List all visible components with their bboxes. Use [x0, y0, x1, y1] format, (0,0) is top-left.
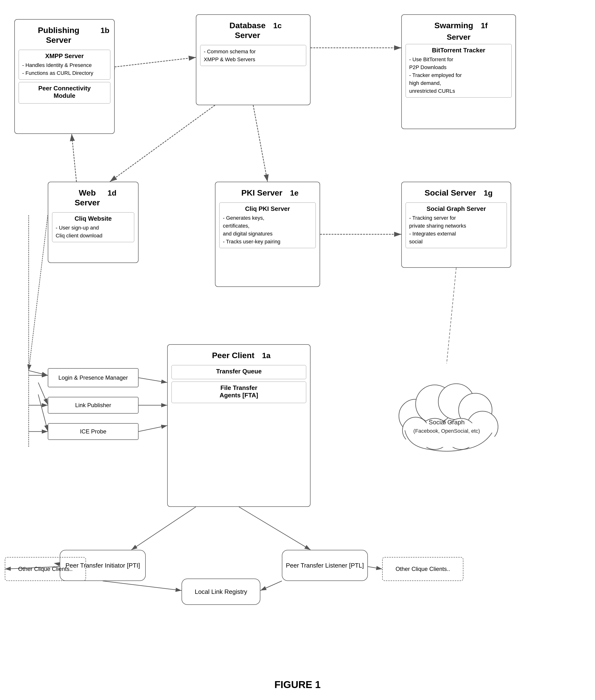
svg-line-14: [38, 382, 48, 404]
file-transfer-label: File TransferAgents [FTA]: [175, 384, 303, 399]
svg-line-8: [72, 134, 77, 182]
social-graph-cloud-svg: Social Graph (Facebook, OpenSocial, etc): [387, 364, 506, 459]
xmpp-server-title: XMPP Server: [22, 52, 107, 60]
cliq-website-box: Cliq Website - User sign-up andCliq clie…: [52, 212, 134, 242]
other-clique-right-label: Other Clique Clients..: [396, 566, 450, 572]
social-server-box: Social Server 1g Social Graph Server - T…: [401, 182, 511, 268]
ice-probe-box: ICE Probe: [48, 423, 139, 440]
social-server-id: 1g: [484, 189, 492, 197]
peer-client-id: 1a: [262, 351, 271, 360]
cliq-pki-title: Cliq PKI Server: [223, 205, 312, 213]
publishing-server-id: 1b: [101, 26, 109, 35]
database-inner-box: - Common schema forXMPP & Web Servers: [200, 45, 306, 66]
local-link-registry-label: Local Link Registry: [195, 587, 247, 596]
database-inner-text: - Common schema forXMPP & Web Servers: [204, 48, 303, 63]
other-clique-left-label: Other Clique Clients..: [18, 566, 73, 572]
xmpp-server-box: XMPP Server - Handles Identity & Presenc…: [19, 50, 110, 80]
pki-server-id: 1e: [290, 189, 299, 197]
svg-line-3: [115, 57, 196, 67]
social-server-title: Social Server: [420, 186, 481, 199]
svg-line-18: [239, 507, 311, 550]
swarming-server-title: Swarming: [430, 18, 478, 32]
svg-line-22: [103, 581, 181, 591]
svg-line-17: [131, 507, 196, 550]
bittorrent-tracker-title: BitTorrent Tracker: [409, 47, 508, 54]
peer-client-box: Peer Client 1a Transfer Queue File Trans…: [167, 344, 311, 507]
other-clique-right-box: Other Clique Clients..: [382, 557, 463, 581]
local-link-registry-box: Local Link Registry: [181, 578, 260, 605]
publishing-server-box: Publishing Server 1b XMPP Server - Handl…: [14, 19, 115, 134]
database-server-box: DatabaseServer 1c - Common schema forXMP…: [196, 14, 311, 105]
peer-client-title: Peer Client: [207, 348, 259, 362]
swarming-server-id: 1f: [481, 21, 487, 30]
figure-label: FIGURE 1: [275, 679, 321, 691]
social-graph-subtext: (Facebook, OpenSocial, etc): [414, 428, 480, 434]
social-graph-server-box: Social Graph Server - Tracking server fo…: [405, 203, 507, 248]
peer-connectivity-box: Peer ConnectivityModule: [19, 82, 110, 104]
svg-line-24: [447, 268, 456, 364]
link-publisher-box: Link Publisher: [48, 397, 139, 413]
publishing-server-title: Publishing Server: [20, 23, 98, 46]
svg-line-15: [38, 395, 48, 431]
cliq-pki-box: Cliq PKI Server - Generates keys,certifi…: [219, 203, 316, 248]
svg-line-6: [110, 105, 215, 182]
social-graph-server-title: Social Graph Server: [409, 205, 503, 213]
svg-line-11: [139, 426, 167, 432]
peer-connectivity-title: Peer ConnectivityModule: [22, 85, 107, 100]
bittorrent-tracker-box: BitTorrent Tracker - Use BitTorrent forP…: [405, 44, 512, 98]
login-presence-box: Login & Presence Manager: [48, 368, 139, 387]
transfer-queue-label: Transfer Queue: [175, 368, 303, 375]
file-transfer-box: File TransferAgents [FTA]: [171, 381, 306, 403]
bittorrent-tracker-text: - Use BitTorrent forP2P Downloads- Track…: [409, 55, 508, 95]
xmpp-server-text: - Handles Identity & Presence- Functions…: [22, 61, 107, 77]
social-graph-text: Social Graph: [429, 419, 464, 426]
svg-line-4: [253, 105, 267, 182]
ice-probe-label: ICE Probe: [80, 428, 107, 435]
web-server-title: WebServer: [70, 186, 105, 209]
pki-server-title: PKI Server: [236, 186, 287, 199]
diagram-container: Publishing Server 1b XMPP Server - Handl…: [0, 0, 595, 700]
cliq-website-text: - User sign-up andCliq client download: [56, 224, 131, 240]
login-presence-label: Login & Presence Manager: [58, 374, 128, 382]
web-server-id: 1d: [108, 189, 116, 197]
web-server-box: WebServer 1d Cliq Website - User sign-up…: [48, 182, 139, 263]
svg-line-12: [29, 215, 48, 371]
database-server-title: DatabaseServer: [225, 18, 271, 42]
database-server-id: 1c: [273, 21, 282, 30]
other-clique-left-box: Other Clique Clients..: [5, 557, 86, 581]
svg-line-9: [139, 378, 167, 382]
social-graph-cloud: Social Graph (Facebook, OpenSocial, etc): [387, 364, 506, 459]
svg-line-23: [260, 581, 282, 591]
social-graph-server-text: - Tracking server forprivate sharing net…: [409, 214, 503, 245]
link-publisher-label: Link Publisher: [75, 402, 111, 409]
cliq-website-title: Cliq Website: [56, 215, 131, 222]
transfer-queue-box: Transfer Queue: [171, 365, 306, 379]
svg-line-13: [29, 371, 48, 375]
pki-server-box: PKI Server 1e Cliq PKI Server - Generate…: [215, 182, 320, 287]
cliq-pki-text: - Generates keys,certificates,and digita…: [223, 214, 312, 245]
peer-transfer-listener-box: Peer Transfer Listener [PTL]: [282, 550, 368, 581]
swarming-server-box: Swarming 1f Server BitTorrent Tracker - …: [401, 14, 516, 129]
svg-line-21: [368, 567, 382, 569]
peer-transfer-listener-label: Peer Transfer Listener [PTL]: [286, 561, 364, 570]
swarming-server-sub: Server: [402, 33, 515, 42]
